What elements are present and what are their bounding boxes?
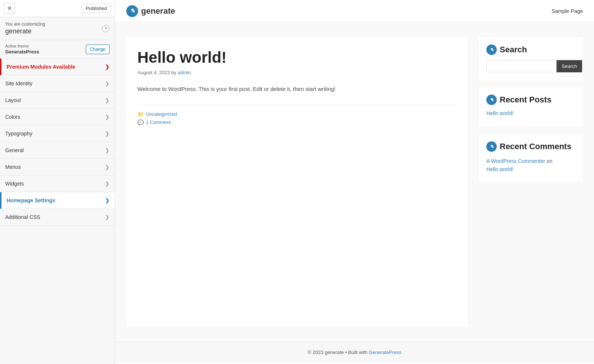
chevron-icon: ❯ [105,131,110,137]
menu-item-additional-css[interactable]: Additional CSS ❯ [0,209,115,226]
customizing-subtitle: You are customizing [5,22,45,27]
logo-text: generate [141,6,175,16]
commenter-link[interactable]: A WordPress Commenter [486,158,545,164]
customizer-panel: ✕ Published You are customizing generate… [0,0,115,364]
menu-item-premium-modules[interactable]: Premium Modules Available ❯ [0,59,115,75]
customizer-menu: Premium Modules Available ❯ Site Identit… [0,59,115,226]
recent-posts-icon: ✎ [486,95,497,105]
menu-item-menus[interactable]: Menus ❯ [0,159,115,176]
menu-item-colors[interactable]: Colors ❯ [0,109,115,125]
main-post: Hello world! August 4, 2023 by admin Wel… [126,37,468,327]
chevron-icon: ❯ [105,97,110,103]
recent-posts-title: ✎ Recent Posts [486,95,575,105]
preview-area: ✎ generate Sample Page Hello world! Augu… [115,0,594,364]
search-button[interactable]: Search [557,60,582,72]
search-widget-title: ✎ Search [486,45,575,55]
preview-content: Hello world! August 4, 2023 by admin Wel… [115,22,594,342]
search-input[interactable] [486,60,557,72]
comment-icon: 💬 [137,119,144,125]
post-meta: August 4, 2023 by admin [137,70,457,75]
menu-item-homepage-settings[interactable]: Homepage Settings ❯ [0,192,115,209]
chevron-icon: ❯ [105,214,110,220]
menu-item-layout[interactable]: Layout ❯ [0,92,115,109]
post-title: Hello world! [137,48,457,67]
post-author-link[interactable]: admin [177,70,190,75]
site-nav: ✎ generate Sample Page [115,0,594,22]
chevron-icon: ❯ [105,81,110,86]
chevron-icon: ❯ [105,181,110,187]
sidebar: ✎ Search Search ✎ Recent Posts Hello wor… [479,37,583,327]
change-theme-button[interactable]: Change [86,45,110,54]
published-badge: Published [82,4,111,13]
footer-link[interactable]: GeneratePress [369,350,401,355]
chevron-icon: ❯ [105,164,110,170]
theme-name: GeneratePress [5,49,39,55]
chevron-icon: ❯ [105,197,110,203]
site-name: generate [5,27,45,35]
site-logo: ✎ generate [126,5,175,17]
recent-comments-icon: ✎ [486,141,497,152]
comment-link[interactable]: 1 Comment [146,119,171,125]
logo-icon: ✎ [126,5,138,17]
menu-item-general[interactable]: General ❯ [0,142,115,159]
menu-item-site-identity[interactable]: Site Identity ❯ [0,75,115,92]
category-icon: 📁 [137,111,144,117]
menu-item-widgets[interactable]: Widgets ❯ [0,176,115,192]
search-widget: ✎ Search Search [479,37,583,80]
close-button[interactable]: ✕ [4,3,15,14]
recent-post-link[interactable]: Hello world! [486,110,575,116]
commenter-post-link[interactable]: Hello world! [486,166,513,172]
customizer-header: ✕ Published [0,0,115,17]
chevron-icon: ❯ [105,147,110,153]
post-body: Welcome to WordPress. This is your first… [137,84,457,94]
search-row: Search [486,60,575,72]
active-theme-label: Active theme [5,44,39,48]
post-footer: 📁 Uncategorized 💬 1 Comment [137,105,457,125]
chevron-icon: ❯ [105,114,110,120]
help-icon[interactable]: ? [102,25,110,32]
chevron-icon: ❯ [105,64,110,70]
nav-sample-page-link[interactable]: Sample Page [552,8,583,14]
customizer-title-section: You are customizing generate ? [0,17,115,40]
recent-posts-widget: ✎ Recent Posts Hello world! [479,87,583,127]
footer-text: © 2023 generate • Built with [308,350,368,355]
recent-comment-entry: A WordPress Commenter on Hello world! [486,157,575,174]
active-theme-section: Active theme GeneratePress Change [0,40,115,59]
site-footer: © 2023 generate • Built with GeneratePre… [115,342,594,363]
menu-item-typography[interactable]: Typography ❯ [0,125,115,142]
recent-comments-widget: ✎ Recent Comments A WordPress Commenter … [479,134,583,181]
recent-comments-title: ✎ Recent Comments [486,141,575,152]
search-widget-icon: ✎ [486,45,497,55]
category-link[interactable]: Uncategorized [146,111,177,117]
